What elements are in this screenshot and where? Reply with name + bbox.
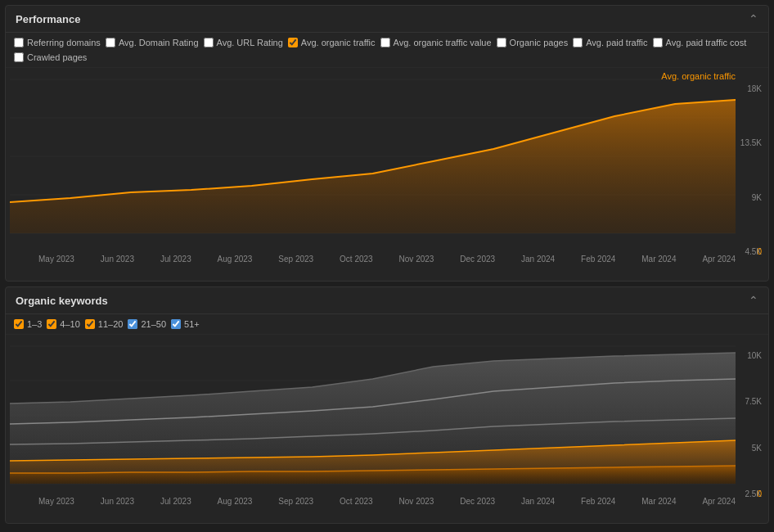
- checkbox-avg-organic-traffic[interactable]: [288, 38, 298, 47]
- x-label: Feb 2024: [581, 255, 615, 264]
- x-label: Dec 2023: [460, 497, 495, 506]
- x-label: Mar 2024: [641, 255, 676, 264]
- checkbox-kw-11-20[interactable]: [85, 319, 95, 329]
- performance-chart-legend: Avg. organic traffic: [661, 71, 736, 81]
- y-label: 5K: [752, 444, 762, 453]
- filter-avg-url-rating[interactable]: Avg. URL Rating: [204, 38, 283, 47]
- checkbox-avg-domain-rating[interactable]: [106, 38, 115, 47]
- x-label: Nov 2023: [399, 497, 434, 506]
- organic-keywords-section: Organic keywords ⌃ 1–34–1011–2021–5051+ …: [5, 286, 769, 524]
- filter-avg-organic-traffic[interactable]: Avg. organic traffic: [288, 38, 376, 47]
- x-label: Jan 2024: [521, 255, 555, 264]
- label-kw-4-10: 4–10: [60, 319, 79, 329]
- organic-keywords-y-zero: 0: [757, 489, 762, 498]
- x-label: Apr 2024: [702, 255, 736, 264]
- performance-y-zero: 0: [757, 247, 762, 256]
- organic-keywords-chart-area: 10K7.5K5K2.5K 0: [6, 335, 768, 523]
- performance-chart: [10, 71, 736, 251]
- x-label: Jun 2023: [101, 497, 134, 506]
- filter-avg-organic-traffic-value[interactable]: Avg. organic traffic value: [380, 38, 492, 47]
- label-kw-21-50: 21–50: [141, 319, 166, 329]
- y-label: 13.5K: [740, 138, 762, 147]
- performance-x-axis: May 2023Jun 2023Jul 2023Aug 2023Sep 2023…: [6, 251, 768, 267]
- organic-keywords-filters: 1–34–1011–2021–5051+: [6, 314, 768, 335]
- x-label: Nov 2023: [399, 255, 434, 264]
- label-avg-organic-traffic-value: Avg. organic traffic value: [394, 38, 492, 47]
- organic-keywords-header: Organic keywords ⌃: [6, 287, 768, 314]
- filter-organic-pages[interactable]: Organic pages: [497, 38, 569, 47]
- organic-keywords-y-axis: 10K7.5K5K2.5K: [745, 335, 762, 498]
- label-kw-11-20: 11–20: [98, 319, 124, 329]
- label-organic-pages: Organic pages: [510, 38, 569, 47]
- y-label: 9K: [752, 193, 762, 202]
- x-label: Jan 2024: [521, 497, 555, 506]
- filter-crawled-pages[interactable]: Crawled pages: [14, 52, 87, 62]
- filter-kw-11-20[interactable]: 11–20: [85, 319, 124, 329]
- x-label: Dec 2023: [460, 255, 495, 264]
- filter-kw-4-10[interactable]: 4–10: [47, 319, 79, 329]
- y-label: 18K: [747, 84, 762, 93]
- checkbox-crawled-pages[interactable]: [14, 52, 24, 62]
- label-kw-51-plus: 51+: [184, 319, 200, 329]
- checkbox-avg-paid-traffic-cost[interactable]: [653, 38, 663, 47]
- x-label: Oct 2023: [340, 497, 373, 506]
- performance-filters: Referring domainsAvg. Domain RatingAvg. …: [6, 33, 768, 68]
- label-avg-organic-traffic: Avg. organic traffic: [301, 38, 376, 47]
- performance-chart-area: Avg. organic traffic 18K13.5K9K4.5K 0 Ma…: [6, 68, 768, 281]
- performance-collapse-icon[interactable]: ⌃: [749, 12, 758, 25]
- checkbox-kw-1-3[interactable]: [14, 319, 24, 329]
- x-label: Jul 2023: [160, 497, 191, 506]
- performance-section: Performance ⌃ Referring domainsAvg. Doma…: [5, 5, 769, 282]
- filter-kw-1-3[interactable]: 1–3: [14, 319, 42, 329]
- performance-y-axis: 18K13.5K9K4.5K: [740, 68, 762, 256]
- label-kw-1-3: 1–3: [27, 319, 42, 329]
- x-label: Aug 2023: [218, 255, 253, 264]
- filter-kw-21-50[interactable]: 21–50: [128, 319, 166, 329]
- x-label: Oct 2023: [340, 255, 373, 264]
- checkbox-kw-4-10[interactable]: [47, 319, 56, 329]
- y-label: 7.5K: [745, 397, 762, 406]
- x-label: Jul 2023: [160, 255, 191, 264]
- x-label: May 2023: [38, 497, 74, 506]
- checkbox-organic-pages[interactable]: [497, 38, 506, 47]
- y-label: 10K: [747, 351, 762, 360]
- organic-keywords-chart: [10, 338, 736, 494]
- label-avg-url-rating: Avg. URL Rating: [217, 38, 283, 47]
- checkbox-referring-domains[interactable]: [14, 38, 24, 47]
- x-label: Feb 2024: [581, 497, 615, 506]
- x-label: Sep 2023: [278, 497, 313, 506]
- x-label: Jun 2023: [101, 255, 134, 264]
- performance-title: Performance: [16, 13, 80, 25]
- x-label: Sep 2023: [278, 255, 313, 264]
- checkbox-kw-21-50[interactable]: [128, 319, 137, 329]
- filter-avg-paid-traffic[interactable]: Avg. paid traffic: [573, 38, 647, 47]
- organic-keywords-title: Organic keywords: [16, 295, 108, 307]
- checkbox-avg-paid-traffic[interactable]: [573, 38, 583, 47]
- filter-referring-domains[interactable]: Referring domains: [14, 38, 101, 47]
- filter-avg-paid-traffic-cost[interactable]: Avg. paid traffic cost: [653, 38, 747, 47]
- label-referring-domains: Referring domains: [27, 38, 101, 47]
- x-label: Mar 2024: [641, 497, 676, 506]
- checkbox-kw-51-plus[interactable]: [171, 319, 181, 329]
- organic-keywords-x-axis: May 2023Jun 2023Jul 2023Aug 2023Sep 2023…: [6, 494, 768, 509]
- x-label: Aug 2023: [218, 497, 253, 506]
- x-label: May 2023: [38, 255, 74, 264]
- label-avg-paid-traffic: Avg. paid traffic: [586, 38, 647, 47]
- label-avg-paid-traffic-cost: Avg. paid traffic cost: [666, 38, 747, 47]
- label-crawled-pages: Crawled pages: [27, 52, 87, 62]
- svg-marker-5: [10, 100, 736, 233]
- checkbox-avg-url-rating[interactable]: [204, 38, 214, 47]
- filter-avg-domain-rating[interactable]: Avg. Domain Rating: [106, 38, 199, 47]
- performance-header: Performance ⌃: [6, 6, 768, 33]
- organic-keywords-collapse-icon[interactable]: ⌃: [749, 294, 758, 307]
- label-avg-domain-rating: Avg. Domain Rating: [119, 38, 199, 47]
- checkbox-avg-organic-traffic-value[interactable]: [380, 38, 390, 47]
- filter-kw-51-plus[interactable]: 51+: [171, 319, 200, 329]
- x-label: Apr 2024: [702, 497, 736, 506]
